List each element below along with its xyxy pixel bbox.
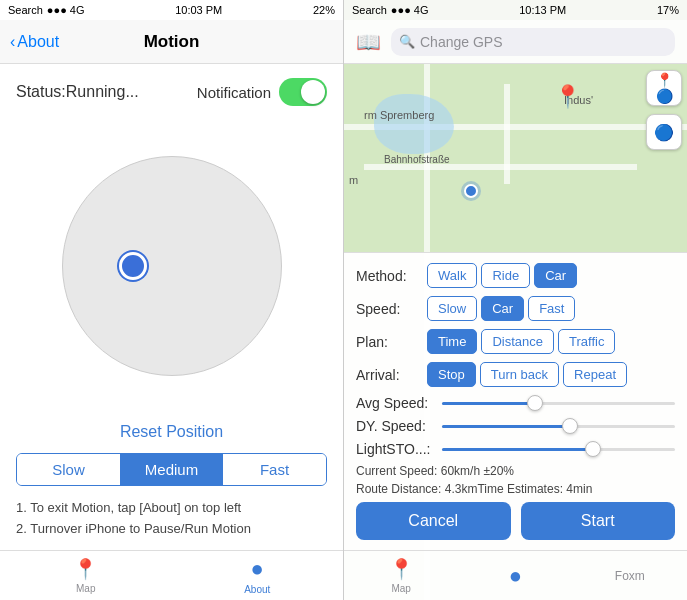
right-tab-foxm[interactable]: Foxm [573, 569, 687, 583]
speed-row: Speed: Slow Car Fast [356, 296, 675, 321]
cancel-button[interactable]: Cancel [356, 502, 511, 540]
arrival-repeat-btn[interactable]: Repeat [563, 362, 627, 387]
time-left: 10:03 PM [175, 4, 222, 16]
reset-position-button[interactable]: Reset Position [16, 415, 327, 453]
lightsto-fill [442, 448, 593, 451]
left-bottom-tabs: 📍 Map ● About [0, 550, 343, 600]
plan-time-btn[interactable]: Time [427, 329, 477, 354]
speed-tab-medium[interactable]: Medium [120, 454, 223, 485]
position-dot [119, 252, 147, 280]
dy-speed-thumb[interactable] [562, 418, 578, 434]
instructions: 1. To exit Motion, tap [About] on top le… [16, 498, 327, 550]
lightsto-track[interactable] [442, 448, 675, 451]
plan-btn-group: Time Distance Traffic [427, 329, 615, 354]
back-label: About [17, 33, 59, 51]
water-body [374, 94, 454, 154]
road-v2 [504, 84, 510, 184]
left-status-bar: Search ●●● 4G 10:03 PM 22% [0, 0, 343, 20]
right-bottom-tabs: 📍 Map ● Foxm [344, 550, 687, 600]
current-speed-text: Current Speed: 60km/h ±20% [356, 464, 675, 478]
right-battery: 17% [657, 4, 679, 16]
left-tab-map-label: Map [76, 583, 95, 594]
right-tab-map-label: Map [391, 583, 410, 594]
lightsto-thumb[interactable] [585, 441, 601, 457]
avg-speed-label: Avg Speed: [356, 395, 436, 411]
method-row: Method: Walk Ride Car [356, 263, 675, 288]
blue-dot-map [464, 184, 478, 198]
right-tab-middle[interactable]: ● [458, 563, 572, 589]
method-ride-btn[interactable]: Ride [481, 263, 530, 288]
map-overlay-buttons: 📍🔵 🔵 [646, 70, 682, 150]
right-time: 10:13 PM [519, 4, 566, 16]
back-button[interactable]: ‹ About [10, 33, 59, 51]
speed-tab-fast[interactable]: Fast [223, 454, 326, 485]
toggle-knob [301, 80, 325, 104]
map-label-m: m [349, 174, 358, 186]
page-title: Motion [144, 32, 200, 52]
instruction-2: 2. Turnover iPhone to Pause/Run Motion [16, 519, 327, 540]
plan-distance-btn[interactable]: Distance [481, 329, 554, 354]
right-foxm-label: Foxm [615, 569, 645, 583]
map-label-spremberg: rm Spremberg [364, 109, 434, 121]
right-nav-bar: 📖 🔍 Change GPS [344, 20, 687, 64]
book-icon[interactable]: 📖 [356, 30, 381, 54]
status-bar-left: Search ●●● 4G [8, 4, 85, 16]
gps-search-bar[interactable]: 🔍 Change GPS [391, 28, 675, 56]
speed-label: Speed: [356, 301, 421, 317]
method-walk-btn[interactable]: Walk [427, 263, 477, 288]
lightsto-label: LightSTO...: [356, 441, 436, 457]
speed-fast-btn[interactable]: Fast [528, 296, 575, 321]
overlay-panel: Method: Walk Ride Car Speed: Slow Car Fa… [344, 252, 687, 550]
plan-traffic-btn[interactable]: Traffic [558, 329, 615, 354]
instruction-1: 1. To exit Motion, tap [About] on top le… [16, 498, 327, 519]
speed-tab-slow[interactable]: Slow [17, 454, 120, 485]
method-btn-group: Walk Ride Car [427, 263, 577, 288]
status-row: Status:Running... Notification [16, 64, 327, 116]
left-tab-about-label: About [244, 584, 270, 595]
avg-speed-track[interactable] [442, 402, 675, 405]
speed-btn-group: Slow Car Fast [427, 296, 575, 321]
dy-speed-row: DY. Speed: [356, 418, 675, 434]
map-location-button[interactable]: 🔵 [646, 114, 682, 150]
right-map-icon: 📍 [389, 557, 414, 581]
notification-toggle[interactable] [279, 78, 327, 106]
plan-label: Plan: [356, 334, 421, 350]
map-icon: 📍 [73, 557, 98, 581]
motion-circle[interactable] [62, 156, 282, 376]
dy-speed-label: DY. Speed: [356, 418, 436, 434]
location-pin-map: 📍 [554, 84, 581, 110]
route-distance-text: Route Distance: 4.3kmTime Estimates: 4mi… [356, 482, 675, 496]
arrival-row: Arrival: Stop Turn back Repeat [356, 362, 675, 387]
status-bar-right: 22% [313, 4, 335, 16]
gps-search-placeholder: Change GPS [420, 34, 503, 50]
left-tab-about[interactable]: ● About [172, 556, 344, 595]
battery-left: 22% [313, 4, 335, 16]
speed-car-btn[interactable]: Car [481, 296, 524, 321]
notification-label: Notification [197, 84, 271, 101]
left-nav-bar: ‹ About Motion [0, 20, 343, 64]
arrival-label: Arrival: [356, 367, 421, 383]
about-icon: ● [251, 556, 264, 582]
start-button[interactable]: Start [521, 502, 676, 540]
method-car-btn[interactable]: Car [534, 263, 577, 288]
carrier-left: Search [8, 4, 43, 16]
right-status-bar: Search ●●● 4G 10:13 PM 17% [344, 0, 687, 20]
speed-tabs: Slow Medium Fast [16, 453, 327, 486]
arrival-turnback-btn[interactable]: Turn back [480, 362, 559, 387]
right-carrier: Search [352, 4, 387, 16]
speed-slow-btn[interactable]: Slow [427, 296, 477, 321]
map-label-bahnhof: Bahnhofstraße [384, 154, 450, 165]
circle-container [16, 116, 327, 415]
action-row: Cancel Start [356, 502, 675, 540]
right-middle-icon: ● [509, 563, 522, 589]
arrival-stop-btn[interactable]: Stop [427, 362, 476, 387]
lightsto-row: LightSTO...: [356, 441, 675, 457]
right-tab-map[interactable]: 📍 Map [344, 557, 458, 594]
left-tab-map[interactable]: 📍 Map [0, 557, 172, 594]
signal-left: ●●● 4G [47, 4, 85, 16]
map-pin-route-button[interactable]: 📍🔵 [646, 70, 682, 106]
dy-speed-track[interactable] [442, 425, 675, 428]
dy-speed-fill [442, 425, 570, 428]
avg-speed-thumb[interactable] [527, 395, 543, 411]
plan-row: Plan: Time Distance Traffic [356, 329, 675, 354]
